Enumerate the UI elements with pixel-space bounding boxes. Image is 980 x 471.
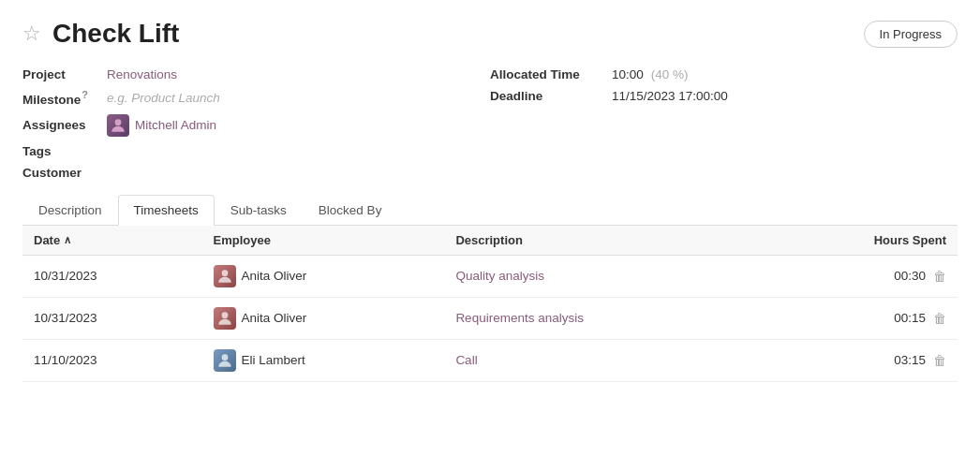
table-row: 10/31/2023 Anita Oliver Requirements ana… [22,297,958,339]
meta-right: Allocated Time 10:00 (40 %) Deadline 11/… [490,67,958,180]
avatar [214,307,236,330]
hours-value: 00:30 [894,269,926,283]
cell-date: 10/31/2023 [22,255,202,297]
milestone-row: Milestone? e.g. Product Launch [22,89,490,107]
date-col-label: Date [34,233,60,247]
tags-row: Tags [22,144,490,158]
star-icon[interactable]: ☆ [22,23,41,44]
assignees-label: Assignees [22,118,107,132]
cell-description[interactable]: Quality analysis [444,255,759,297]
cell-employee: Anita Oliver [202,255,445,297]
customer-row: Customer [22,166,490,180]
employee-name: Anita Oliver [242,269,307,283]
col-description: Description [444,226,759,256]
allocated-time: 10:00 [612,67,644,81]
svg-point-3 [221,354,228,361]
sort-arrow-icon[interactable]: ∧ [64,234,71,246]
cell-description[interactable]: Call [444,339,759,381]
status-badge[interactable]: In Progress [864,21,958,48]
avatar [214,265,236,287]
tabs-bar: Description Timesheets Sub-tasks Blocked… [22,195,958,226]
cell-hours: 00:30 🗑 [759,255,958,297]
avatar [214,349,236,372]
delete-icon[interactable]: 🗑 [933,353,946,368]
allocated-pct: (40 %) [651,67,689,81]
cell-employee: Eli Lambert [202,339,445,381]
col-employee: Employee [202,226,445,256]
cell-employee: Anita Oliver [202,297,445,339]
assignees-row: Assignees Mitchell Admin [22,114,490,137]
avatar [107,114,129,137]
milestone-help-icon: ? [82,89,88,100]
col-date: Date ∧ [22,226,202,256]
milestone-placeholder[interactable]: e.g. Product Launch [107,91,220,105]
deadline-row: Deadline 11/15/2023 17:00:00 [490,89,958,103]
allocated-label: Allocated Time [490,67,612,81]
svg-point-0 [115,119,122,125]
project-label: Project [22,67,107,81]
assignee-name[interactable]: Mitchell Admin [135,118,216,132]
svg-point-2 [221,312,228,318]
tags-label: Tags [22,144,107,158]
cell-date: 11/10/2023 [22,339,202,381]
cell-hours: 03:15 🗑 [759,339,958,381]
delete-icon[interactable]: 🗑 [933,269,946,284]
table-header-row: Date ∧ Employee Description Hours Spent [22,226,958,256]
cell-hours: 00:15 🗑 [759,297,958,339]
deadline-value: 11/15/2023 17:00:00 [612,89,728,103]
delete-icon[interactable]: 🗑 [933,311,946,326]
title-area: ☆ Check Lift [22,19,179,49]
meta-grid: Project Renovations Milestone? e.g. Prod… [22,67,958,180]
svg-point-1 [221,270,228,276]
employee-name: Eli Lambert [242,353,305,367]
allocated-values: 10:00 (40 %) [612,67,689,81]
timesheet-table: Date ∧ Employee Description Hours Spent … [22,226,958,382]
allocated-row: Allocated Time 10:00 (40 %) [490,67,958,81]
tab-timesheets[interactable]: Timesheets [118,195,215,226]
col-hours-spent: Hours Spent [759,226,958,256]
milestone-label: Milestone? [22,89,107,107]
table-row: 11/10/2023 Eli Lambert Call 03:15 🗑 [22,339,958,381]
project-row: Project Renovations [22,67,490,81]
customer-label: Customer [22,166,107,180]
project-value[interactable]: Renovations [107,67,177,81]
tab-description[interactable]: Description [22,195,118,226]
tab-blocked-by[interactable]: Blocked By [303,195,398,226]
deadline-label: Deadline [490,89,612,103]
cell-description[interactable]: Requirements analysis [444,297,759,339]
meta-left: Project Renovations Milestone? e.g. Prod… [22,67,490,180]
page-title: Check Lift [52,19,179,49]
assignee-item: Mitchell Admin [107,114,216,137]
page-header: ☆ Check Lift In Progress [22,19,958,49]
hours-value: 00:15 [894,311,926,325]
employee-name: Anita Oliver [242,311,307,325]
cell-date: 10/31/2023 [22,297,202,339]
hours-value: 03:15 [894,353,926,367]
table-row: 10/31/2023 Anita Oliver Quality analysis… [22,255,958,297]
tab-subtasks[interactable]: Sub-tasks [215,195,303,226]
